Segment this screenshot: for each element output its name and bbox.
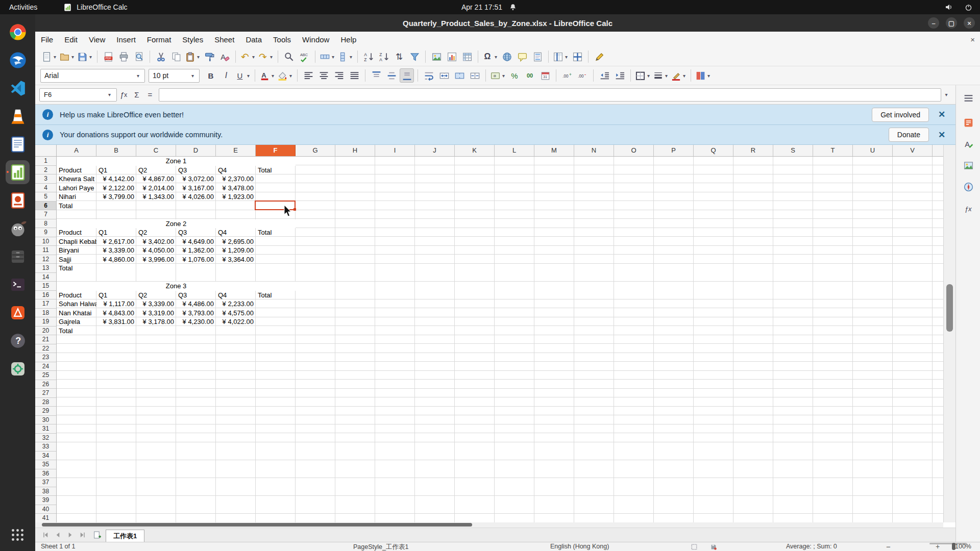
row-header-36[interactable]: 36 bbox=[35, 469, 56, 479]
border-color-button[interactable]: ▾ bbox=[670, 68, 687, 83]
row-header-21[interactable]: 21 bbox=[35, 335, 56, 344]
column-header-U[interactable]: U bbox=[853, 145, 893, 156]
column-header-C[interactable]: C bbox=[136, 145, 176, 156]
column-header-B[interactable]: B bbox=[96, 145, 136, 156]
cell-E11[interactable]: ¥ 1,209.00 bbox=[216, 246, 256, 255]
cell-E19[interactable]: ¥ 4,022.00 bbox=[216, 317, 256, 327]
cells-area[interactable]: Zone 1ProductQ1Q2Q3Q4TotalKhewra Salt¥ 4… bbox=[57, 157, 943, 522]
cut-button[interactable] bbox=[154, 49, 168, 64]
column-header-O[interactable]: O bbox=[614, 145, 654, 156]
dock-item-terminal[interactable] bbox=[6, 272, 30, 296]
cell-E17[interactable]: ¥ 2,233.00 bbox=[216, 299, 256, 309]
menu-styles[interactable]: Styles bbox=[177, 33, 209, 46]
cell-C5[interactable]: ¥ 1,343.00 bbox=[136, 192, 176, 202]
export-pdf-button[interactable]: PDF bbox=[101, 49, 115, 64]
menu-data[interactable]: Data bbox=[240, 33, 267, 46]
column-header-V[interactable]: V bbox=[893, 145, 933, 156]
cell-A6[interactable]: Total bbox=[57, 202, 96, 211]
cell-C11[interactable]: ¥ 4,050.00 bbox=[136, 246, 176, 255]
zone-title-zone-1[interactable]: Zone 1 bbox=[57, 157, 296, 166]
cell-C17[interactable]: ¥ 3,339.00 bbox=[136, 299, 176, 309]
document-modified-icon[interactable] bbox=[710, 543, 717, 551]
sidebar-navigator-tab[interactable] bbox=[960, 178, 977, 195]
close-document-button[interactable]: × bbox=[970, 35, 975, 44]
font-size-combo[interactable]: 10 pt ▾ bbox=[149, 69, 200, 83]
paste-button[interactable]: ▾ bbox=[184, 49, 201, 64]
borders-dropdown[interactable]: ▾ bbox=[646, 73, 651, 79]
clone-formatting-button[interactable] bbox=[202, 49, 216, 64]
delete-decimal-place-button[interactable]: .00- bbox=[575, 68, 590, 83]
underline-button[interactable]: U▾ bbox=[234, 68, 251, 83]
column-header-F[interactable]: F bbox=[256, 145, 296, 156]
format-as-currency-dropdown[interactable]: ▾ bbox=[501, 73, 506, 79]
cell-F9[interactable]: Total bbox=[256, 228, 296, 237]
paste-dropdown[interactable]: ▾ bbox=[195, 54, 201, 60]
cell-A13[interactable]: Total bbox=[57, 264, 96, 273]
cell-D11[interactable]: ¥ 1,362.00 bbox=[176, 246, 216, 255]
borders-button[interactable]: ▾ bbox=[634, 68, 651, 83]
expand-formula-bar-button[interactable]: ▾ bbox=[941, 92, 951, 97]
format-as-percent-button[interactable]: % bbox=[507, 68, 522, 83]
row-header-13[interactable]: 13 bbox=[35, 264, 56, 273]
cell-F2[interactable]: Total bbox=[256, 166, 296, 175]
row-header-27[interactable]: 27 bbox=[35, 389, 56, 398]
undo-button[interactable]: ↶▾ bbox=[239, 49, 256, 64]
close-window-button[interactable]: × bbox=[964, 17, 975, 29]
cell-B12[interactable]: ¥ 4,860.00 bbox=[96, 255, 136, 264]
cell-B16[interactable]: Q1 bbox=[96, 291, 136, 300]
row-header-16[interactable]: 16 bbox=[35, 291, 56, 300]
row-header-1[interactable]: 1 bbox=[35, 157, 56, 166]
zone-title-zone-2[interactable]: Zone 2 bbox=[57, 219, 296, 229]
zoom-level[interactable]: 100% bbox=[955, 543, 971, 550]
row-header-3[interactable]: 3 bbox=[35, 174, 56, 184]
dock-item-libreoffice-impress[interactable] bbox=[6, 188, 30, 212]
row-header-8[interactable]: 8 bbox=[35, 219, 56, 229]
cell-A2[interactable]: Product bbox=[57, 166, 96, 175]
sidebar-gallery-tab[interactable] bbox=[960, 157, 977, 174]
row-header-33[interactable]: 33 bbox=[35, 442, 56, 452]
dock-item-file-manager[interactable] bbox=[6, 244, 30, 268]
menu-window[interactable]: Window bbox=[297, 33, 335, 46]
row-header-26[interactable]: 26 bbox=[35, 380, 56, 389]
clear-formatting-button[interactable]: A bbox=[217, 49, 232, 64]
row-header-40[interactable]: 40 bbox=[35, 505, 56, 514]
wrap-text-button[interactable] bbox=[422, 68, 436, 83]
open-dropdown[interactable]: ▾ bbox=[70, 54, 76, 60]
column-header-T[interactable]: T bbox=[813, 145, 853, 156]
selection-mode-icon[interactable] bbox=[691, 543, 698, 551]
vertical-scrollbar-thumb[interactable] bbox=[946, 284, 953, 332]
redo-dropdown[interactable]: ▾ bbox=[268, 54, 274, 60]
show-applications-button[interactable] bbox=[6, 523, 30, 547]
row-header-41[interactable]: 41 bbox=[35, 514, 56, 522]
cell-C18[interactable]: ¥ 3,319.00 bbox=[136, 309, 176, 318]
sheet-tab-active[interactable]: 工作表1 bbox=[106, 530, 144, 542]
new-document-dropdown[interactable]: ▾ bbox=[52, 54, 58, 60]
sort-button[interactable]: ⇅ bbox=[392, 49, 406, 64]
formula-input[interactable] bbox=[159, 88, 941, 102]
cell-A9[interactable]: Product bbox=[57, 228, 96, 237]
insert-image-button[interactable] bbox=[429, 49, 444, 64]
row-header-2[interactable]: 2 bbox=[35, 166, 56, 175]
save-dropdown[interactable]: ▾ bbox=[88, 54, 93, 60]
comment-button[interactable] bbox=[515, 49, 529, 64]
new-document-button[interactable]: ▾ bbox=[41, 49, 58, 64]
insert-chart-button[interactable] bbox=[445, 49, 459, 64]
add-sheet-button[interactable] bbox=[90, 529, 104, 541]
row-header-14[interactable]: 14 bbox=[35, 273, 56, 282]
column-header-D[interactable]: D bbox=[176, 145, 216, 156]
print-preview-button[interactable] bbox=[132, 49, 146, 64]
spelling-button[interactable]: ABC bbox=[297, 49, 311, 64]
column-header-N[interactable]: N bbox=[574, 145, 614, 156]
row-header-28[interactable]: 28 bbox=[35, 398, 56, 407]
sidebar-functions-tab[interactable]: ƒx bbox=[960, 199, 977, 217]
column-header-Q[interactable]: Q bbox=[694, 145, 733, 156]
cell-D9[interactable]: Q3 bbox=[176, 228, 216, 237]
cell-A12[interactable]: Sajji bbox=[57, 255, 96, 264]
column-header-H[interactable]: H bbox=[335, 145, 375, 156]
cell-D3[interactable]: ¥ 3,072.00 bbox=[176, 174, 216, 184]
find-and-replace-button[interactable] bbox=[282, 49, 296, 64]
format-as-currency-button[interactable]: ¤▾ bbox=[489, 68, 506, 83]
row-header-7[interactable]: 7 bbox=[35, 210, 56, 219]
zone-title-zone-3[interactable]: Zone 3 bbox=[57, 282, 296, 291]
underline-dropdown[interactable]: ▾ bbox=[246, 73, 251, 79]
